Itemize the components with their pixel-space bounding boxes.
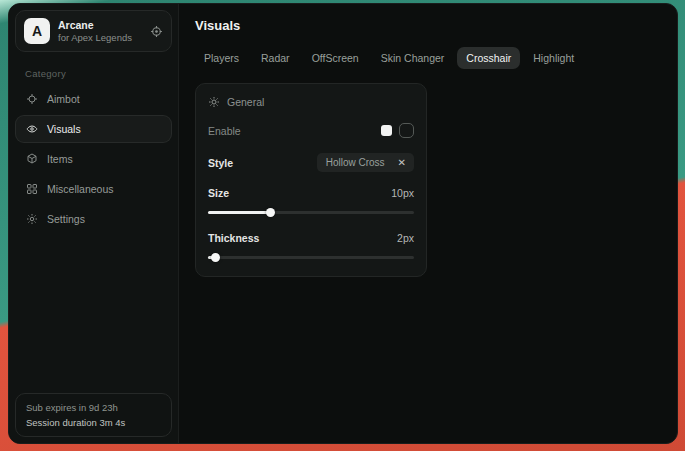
style-clear-icon[interactable]: ✕ <box>394 153 414 172</box>
cube-icon <box>26 153 38 165</box>
tab-offscreen[interactable]: OffScreen <box>303 47 368 69</box>
general-panel: General Enable Style Hollow Cross ✕ <box>195 83 427 277</box>
thickness-slider-track <box>208 256 414 259</box>
sidebar-item-miscellaneous[interactable]: Miscellaneous <box>15 175 172 203</box>
sidebar-item-label: Aimbot <box>47 93 80 105</box>
size-row: Size 10px <box>208 187 414 199</box>
size-value: 10px <box>391 187 414 199</box>
enable-label: Enable <box>208 125 241 137</box>
app-name: Arcane <box>58 19 142 32</box>
size-label: Size <box>208 187 229 199</box>
thickness-row: Thickness 2px <box>208 232 414 244</box>
tab-players[interactable]: Players <box>195 47 248 69</box>
enable-checkbox-checked[interactable] <box>381 125 392 136</box>
grid-icon <box>26 183 38 195</box>
size-slider[interactable] <box>208 207 414 217</box>
tab-bar: Players Radar OffScreen Skin Changer Cro… <box>195 47 661 69</box>
target-icon[interactable] <box>150 25 163 38</box>
app-logo: A <box>24 18 50 44</box>
gear-icon <box>26 213 38 225</box>
category-label: Category <box>25 68 172 79</box>
sidebar-item-label: Visuals <box>47 123 81 135</box>
app-window: A Arcane for Apex Legends Category Aimbo… <box>8 3 678 444</box>
tab-skin-changer[interactable]: Skin Changer <box>372 47 454 69</box>
subscription-info-box: Sub expires in 9d 23h Session duration 3… <box>15 393 172 437</box>
sidebar-item-aimbot[interactable]: Aimbot <box>15 85 172 113</box>
tab-crosshair[interactable]: Crosshair <box>457 47 520 69</box>
style-row: Style Hollow Cross ✕ <box>208 153 414 172</box>
thickness-label: Thickness <box>208 232 259 244</box>
sidebar-item-label: Items <box>47 153 73 165</box>
enable-row: Enable <box>208 123 414 138</box>
tab-highlight[interactable]: Highlight <box>524 47 583 69</box>
sidebar: A Arcane for Apex Legends Category Aimbo… <box>9 4 179 443</box>
panel-title: General <box>227 96 264 108</box>
main-content: Visuals Players Radar OffScreen Skin Cha… <box>179 4 677 443</box>
sidebar-item-settings[interactable]: Settings <box>15 205 172 233</box>
sidebar-header: A Arcane for Apex Legends <box>15 10 172 52</box>
thickness-value: 2px <box>397 232 414 244</box>
sidebar-item-label: Miscellaneous <box>47 183 114 195</box>
sidebar-item-label: Settings <box>47 213 85 225</box>
sidebar-item-items[interactable]: Items <box>15 145 172 173</box>
sidebar-nav: Aimbot Visuals Items Miscellaneous Setti… <box>15 85 172 233</box>
general-gear-icon <box>208 96 220 108</box>
app-subtitle: for Apex Legends <box>58 32 142 43</box>
style-label: Style <box>208 157 233 169</box>
thickness-slider-thumb[interactable] <box>211 253 220 262</box>
style-select[interactable]: Hollow Cross ✕ <box>317 153 414 172</box>
thickness-slider[interactable] <box>208 252 414 262</box>
page-title: Visuals <box>195 18 661 33</box>
style-value[interactable]: Hollow Cross <box>317 153 394 172</box>
sidebar-item-visuals[interactable]: Visuals <box>15 115 172 143</box>
tab-radar[interactable]: Radar <box>252 47 299 69</box>
eye-icon <box>26 123 38 135</box>
session-duration-text: Session duration 3m 4s <box>26 417 161 428</box>
size-slider-fill <box>208 211 270 214</box>
sub-expires-text: Sub expires in 9d 23h <box>26 402 161 413</box>
enable-keybind-box[interactable] <box>399 123 414 138</box>
size-slider-thumb[interactable] <box>266 208 275 217</box>
crosshair-icon <box>26 93 38 105</box>
